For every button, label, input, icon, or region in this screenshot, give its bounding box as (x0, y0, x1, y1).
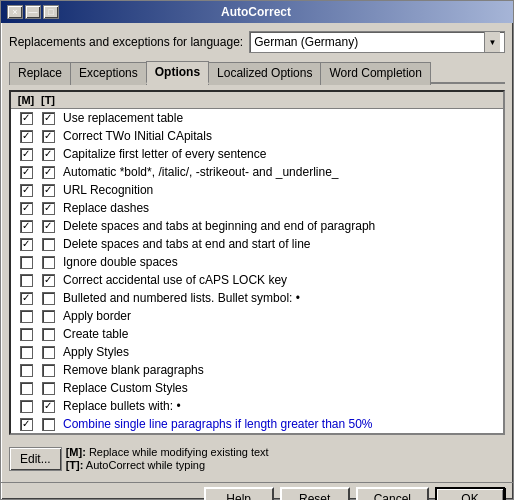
table-row: Combine single line paragraphs if length… (11, 415, 503, 433)
m-checkbox[interactable] (20, 418, 33, 431)
checkbox-m-2[interactable] (15, 148, 37, 161)
checkbox-m-17[interactable] (15, 418, 37, 431)
row-label: Bulleted and numbered lists. Bullet symb… (59, 291, 499, 305)
row-label: URL Recognition (59, 183, 499, 197)
m-checkbox[interactable] (20, 112, 33, 125)
checkbox-m-5[interactable] (15, 202, 37, 215)
t-checkbox[interactable] (42, 274, 55, 287)
maximize-button[interactable]: □ (43, 5, 59, 19)
checkbox-t-4[interactable] (37, 184, 59, 197)
legend-item-t: [T]: AutoCorrect while typing (66, 459, 505, 471)
legend-key-t: [T]: (66, 459, 84, 471)
bottom-row: Edit... [M]: Replace while modifying exi… (9, 441, 505, 474)
t-checkbox[interactable] (42, 148, 55, 161)
t-checkbox[interactable] (42, 364, 55, 377)
t-checkbox[interactable] (42, 382, 55, 395)
checkbox-m-14[interactable] (15, 364, 37, 377)
m-checkbox[interactable] (20, 400, 33, 413)
t-checkbox[interactable] (42, 130, 55, 143)
tab-word-completion[interactable]: Word Completion (320, 62, 430, 85)
m-checkbox[interactable] (20, 166, 33, 179)
checkbox-t-5[interactable] (37, 202, 59, 215)
checkbox-m-16[interactable] (15, 400, 37, 413)
checkbox-t-17[interactable] (37, 418, 59, 431)
m-checkbox[interactable] (20, 292, 33, 305)
checkbox-m-12[interactable] (15, 328, 37, 341)
checkbox-t-8[interactable] (37, 256, 59, 269)
t-checkbox[interactable] (42, 400, 55, 413)
m-checkbox[interactable] (20, 184, 33, 197)
t-checkbox[interactable] (42, 184, 55, 197)
tab-exceptions[interactable]: Exceptions (70, 62, 147, 85)
close-button[interactable]: × (7, 5, 23, 19)
checkbox-m-7[interactable] (15, 238, 37, 251)
checkbox-t-3[interactable] (37, 166, 59, 179)
checkbox-m-8[interactable] (15, 256, 37, 269)
checkbox-m-11[interactable] (15, 310, 37, 323)
ok-button[interactable]: OK (435, 487, 505, 500)
t-checkbox[interactable] (42, 202, 55, 215)
edit-button[interactable]: Edit... (9, 447, 62, 471)
checkbox-t-0[interactable] (37, 112, 59, 125)
tab-replace[interactable]: Replace (9, 62, 71, 85)
m-checkbox[interactable] (20, 346, 33, 359)
m-checkbox[interactable] (20, 274, 33, 287)
help-button[interactable]: Help (204, 487, 274, 500)
checkbox-t-14[interactable] (37, 364, 59, 377)
checkbox-t-11[interactable] (37, 310, 59, 323)
m-checkbox[interactable] (20, 130, 33, 143)
legend-desc-m: Replace while modifying existing text (89, 446, 269, 458)
t-checkbox[interactable] (42, 292, 55, 305)
m-checkbox[interactable] (20, 220, 33, 233)
col-m-header: [M] (15, 94, 37, 106)
t-checkbox[interactable] (42, 256, 55, 269)
checkbox-t-6[interactable] (37, 220, 59, 233)
tab-options[interactable]: Options (146, 61, 209, 84)
t-checkbox[interactable] (42, 220, 55, 233)
checkbox-m-6[interactable] (15, 220, 37, 233)
checkbox-m-3[interactable] (15, 166, 37, 179)
m-checkbox[interactable] (20, 256, 33, 269)
m-checkbox[interactable] (20, 238, 33, 251)
checkbox-t-7[interactable] (37, 238, 59, 251)
checkbox-m-10[interactable] (15, 292, 37, 305)
reset-button[interactable]: Reset (280, 487, 350, 500)
language-label: Replacements and exceptions for language… (9, 35, 243, 49)
checkbox-t-16[interactable] (37, 400, 59, 413)
tab-localized[interactable]: Localized Options (208, 62, 321, 85)
t-checkbox[interactable] (42, 112, 55, 125)
row-label: Use replacement table (59, 111, 499, 125)
checkbox-t-2[interactable] (37, 148, 59, 161)
t-checkbox[interactable] (42, 166, 55, 179)
checkbox-t-15[interactable] (37, 382, 59, 395)
checkbox-t-1[interactable] (37, 130, 59, 143)
t-checkbox[interactable] (42, 418, 55, 431)
row-label: Combine single line paragraphs if length… (59, 417, 499, 431)
window-controls: × — □ (7, 5, 59, 19)
m-checkbox[interactable] (20, 364, 33, 377)
t-checkbox[interactable] (42, 238, 55, 251)
checkbox-m-9[interactable] (15, 274, 37, 287)
m-checkbox[interactable] (20, 382, 33, 395)
checkbox-t-10[interactable] (37, 292, 59, 305)
language-select[interactable]: German (Germany) ▼ (249, 31, 505, 53)
checkbox-m-4[interactable] (15, 184, 37, 197)
checkbox-m-15[interactable] (15, 382, 37, 395)
checkbox-t-13[interactable] (37, 346, 59, 359)
minimize-button[interactable]: — (25, 5, 41, 19)
cancel-button[interactable]: Cancel (356, 487, 429, 500)
checkbox-t-12[interactable] (37, 328, 59, 341)
checkbox-m-1[interactable] (15, 130, 37, 143)
checkbox-m-13[interactable] (15, 346, 37, 359)
m-checkbox[interactable] (20, 202, 33, 215)
t-checkbox[interactable] (42, 310, 55, 323)
window-body: Replacements and exceptions for language… (1, 23, 513, 482)
row-label: Apply border (59, 309, 499, 323)
m-checkbox[interactable] (20, 328, 33, 341)
m-checkbox[interactable] (20, 310, 33, 323)
m-checkbox[interactable] (20, 148, 33, 161)
checkbox-t-9[interactable] (37, 274, 59, 287)
t-checkbox[interactable] (42, 346, 55, 359)
checkbox-m-0[interactable] (15, 112, 37, 125)
t-checkbox[interactable] (42, 328, 55, 341)
